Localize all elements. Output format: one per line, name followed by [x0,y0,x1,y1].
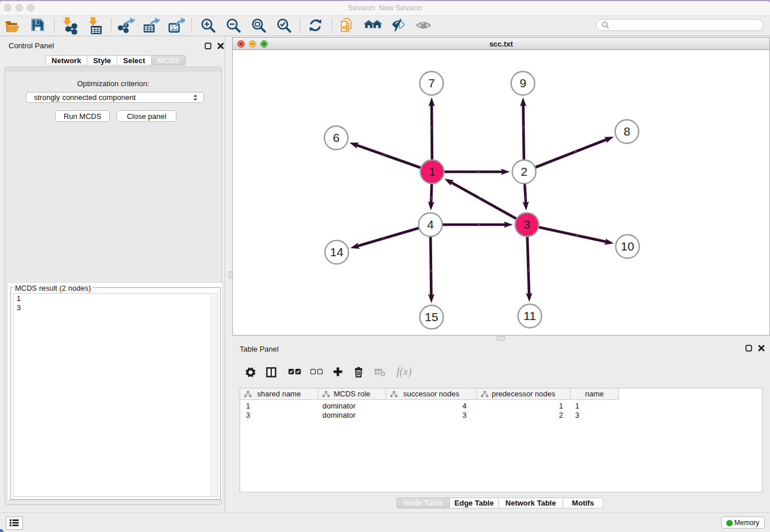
svg-text:14: 14 [330,245,344,259]
svg-text:1: 1 [429,165,436,178]
svg-text:6: 6 [333,131,340,144]
svg-text:10: 10 [621,240,634,253]
svg-text:4: 4 [427,218,434,231]
svg-text:3: 3 [523,218,530,231]
svg-text:9: 9 [519,76,526,90]
svg-text:11: 11 [523,309,536,322]
svg-text:7: 7 [428,76,435,90]
svg-text:8: 8 [623,125,630,138]
svg-text:15: 15 [425,310,438,323]
svg-text:2: 2 [521,165,528,178]
